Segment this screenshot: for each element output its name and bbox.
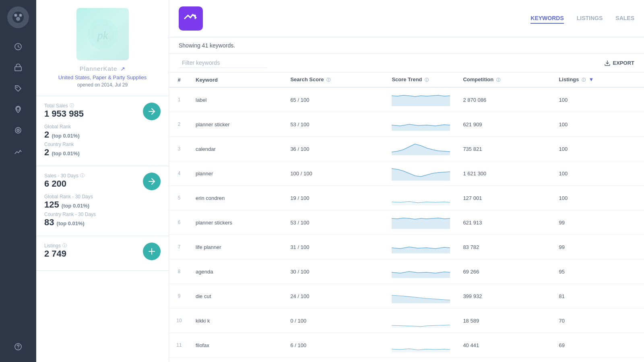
sidebar-icon-chart[interactable] bbox=[9, 142, 27, 160]
sidebar-icon-target[interactable] bbox=[9, 121, 27, 139]
listings-value: 2 749 bbox=[44, 249, 67, 259]
tab-listings[interactable]: LISTINGS bbox=[577, 13, 603, 24]
row-keyword: die cut bbox=[189, 284, 284, 309]
table-row: 3 calendar 36 / 100 735 821 100 bbox=[169, 137, 644, 161]
row-listings: 95 bbox=[552, 259, 644, 284]
table-row: 6 planner stickers 53 / 100 621 913 99 bbox=[169, 210, 644, 235]
row-competition: 18 589 bbox=[456, 309, 552, 333]
sidebar bbox=[0, 0, 36, 362]
col-score-trend: Score Trend ⓘ bbox=[385, 72, 456, 87]
row-score: 31 / 100 bbox=[284, 235, 385, 259]
total-sales-action-btn[interactable] bbox=[143, 103, 161, 120]
listings-label: Listings bbox=[44, 243, 61, 249]
row-listings: 100 bbox=[552, 112, 644, 137]
row-listings: 100 bbox=[552, 87, 644, 112]
row-listings: 69 bbox=[552, 333, 644, 358]
main-content: KEYWORDS LISTINGS SALES Showing 41 keywo… bbox=[169, 0, 644, 362]
row-score: 0 / 100 bbox=[284, 309, 385, 333]
country-rank-value: 2 (top 0.01%) bbox=[44, 147, 161, 158]
profile-card: pk PlannerKate ↗ United States, Paper & … bbox=[36, 0, 169, 96]
showing-text: Showing 41 keywords. bbox=[179, 42, 235, 49]
row-listings: 81 bbox=[552, 284, 644, 309]
global-rank-30-label: Global Rank - 30 Days bbox=[44, 194, 161, 200]
table-row: 1 label 65 / 100 2 870 086 100 bbox=[169, 87, 644, 112]
tab-sales[interactable]: SALES bbox=[615, 13, 634, 24]
row-competition: 1 621 300 bbox=[456, 161, 552, 186]
row-num: 6 bbox=[169, 210, 189, 235]
svg-point-17 bbox=[91, 23, 114, 45]
row-score: 53 / 100 bbox=[284, 210, 385, 235]
export-label: EXPORT bbox=[613, 60, 634, 66]
row-score: 65 / 100 bbox=[284, 87, 385, 112]
listings-action-btn[interactable] bbox=[143, 243, 161, 260]
row-sparkline bbox=[385, 87, 456, 112]
external-link-icon[interactable]: ↗ bbox=[120, 66, 125, 72]
total-sales-card: Total Sales ⓘ 1 953 985 Global Rank 2 (t… bbox=[36, 96, 169, 166]
sidebar-icon-store[interactable] bbox=[9, 59, 27, 76]
row-listings: 45 bbox=[552, 358, 644, 362]
table-row: 7 life planner 31 / 100 83 782 99 bbox=[169, 235, 644, 259]
sales-30-label: Sales - 30 Days bbox=[44, 173, 78, 179]
table-row: 2 planner sticker 53 / 100 621 909 100 bbox=[169, 112, 644, 137]
sales-30-action-btn[interactable] bbox=[143, 173, 161, 190]
global-rank-label: Global Rank bbox=[44, 124, 161, 130]
row-num: 4 bbox=[169, 161, 189, 186]
profile-name-row: PlannerKate ↗ bbox=[80, 65, 126, 72]
svg-point-10 bbox=[17, 107, 20, 110]
svg-point-5 bbox=[15, 14, 17, 16]
profile-location: United States, Paper & Party Supplies bbox=[58, 74, 147, 80]
sidebar-logo bbox=[7, 6, 29, 28]
country-rank-30-label: Country Rank - 30 Days bbox=[44, 212, 161, 217]
row-score: 53 / 100 bbox=[284, 112, 385, 137]
svg-point-16 bbox=[87, 19, 118, 49]
row-score: 16 / 100 bbox=[284, 358, 385, 362]
sales-30-card: Sales - 30 Days ⓘ 6 200 Global Rank - 30… bbox=[36, 166, 169, 236]
total-sales-info-icon[interactable]: ⓘ bbox=[70, 103, 74, 109]
row-keyword: kikki k bbox=[189, 309, 284, 333]
total-sales-label: Total Sales bbox=[44, 103, 68, 109]
listings-info-icon[interactable]: ⓘ bbox=[62, 243, 67, 249]
table-row: 11 filofax 6 / 100 40 441 69 bbox=[169, 333, 644, 358]
row-score: 36 / 100 bbox=[284, 137, 385, 161]
sidebar-icon-dashboard[interactable] bbox=[9, 38, 27, 56]
row-sparkline bbox=[385, 284, 456, 309]
sidebar-icon-help[interactable] bbox=[9, 338, 27, 356]
row-competition: 2 870 086 bbox=[456, 87, 552, 112]
row-keyword: erin condren bbox=[189, 186, 284, 210]
row-sparkline bbox=[385, 259, 456, 284]
row-competition: 83 782 bbox=[456, 235, 552, 259]
row-competition: 69 266 bbox=[456, 259, 552, 284]
sales-30-value: 6 200 bbox=[44, 179, 85, 189]
listings-card: Listings ⓘ 2 749 bbox=[36, 236, 169, 271]
sidebar-icon-tags[interactable] bbox=[9, 80, 27, 97]
row-competition: 735 821 bbox=[456, 137, 552, 161]
export-button[interactable]: EXPORT bbox=[604, 60, 634, 66]
table-row: 8 agenda 30 / 100 69 266 95 bbox=[169, 259, 644, 284]
row-listings: 100 bbox=[552, 137, 644, 161]
row-score: 30 / 100 bbox=[284, 259, 385, 284]
global-rank-value: 2 (top 0.01%) bbox=[44, 130, 161, 140]
row-competition: 399 932 bbox=[456, 284, 552, 309]
row-num: 5 bbox=[169, 186, 189, 210]
col-search-score: Search Score ⓘ bbox=[284, 72, 385, 87]
row-keyword: life planner bbox=[189, 235, 284, 259]
table-header: # Keyword Search Score ⓘ Score Trend ⓘ C… bbox=[169, 72, 644, 87]
filter-row: EXPORT bbox=[169, 54, 644, 72]
svg-point-4 bbox=[16, 17, 20, 21]
row-listings: 100 bbox=[552, 161, 644, 186]
row-sparkline bbox=[385, 112, 456, 137]
svg-text:pk: pk bbox=[96, 29, 108, 41]
col-listings: Listings ⓘ ▼ bbox=[552, 72, 644, 87]
sidebar-icon-location[interactable] bbox=[9, 101, 27, 118]
sales-30-info-icon[interactable]: ⓘ bbox=[80, 173, 85, 179]
row-sparkline bbox=[385, 210, 456, 235]
global-rank-30-value: 125 (top 0.01%) bbox=[44, 200, 161, 210]
tab-keywords[interactable]: KEYWORDS bbox=[530, 13, 564, 24]
table-row: 9 die cut 24 / 100 399 932 81 bbox=[169, 284, 644, 309]
app-logo bbox=[179, 6, 203, 31]
row-competition: 77 048 bbox=[456, 358, 552, 362]
svg-point-9 bbox=[17, 87, 18, 88]
row-listings: 99 bbox=[552, 210, 644, 235]
filter-input[interactable] bbox=[179, 58, 267, 68]
row-listings: 100 bbox=[552, 186, 644, 210]
